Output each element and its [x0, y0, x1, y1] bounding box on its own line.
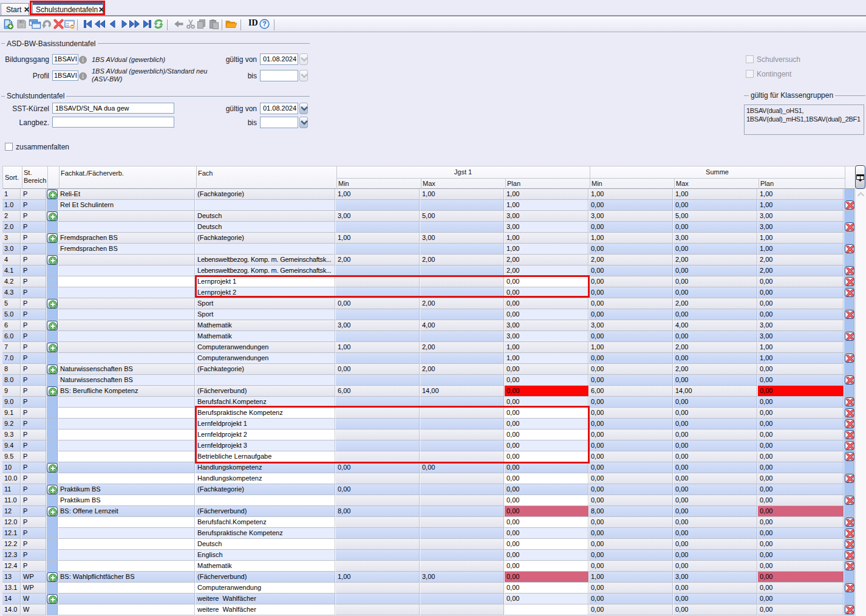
- svg-text:?: ?: [262, 20, 266, 27]
